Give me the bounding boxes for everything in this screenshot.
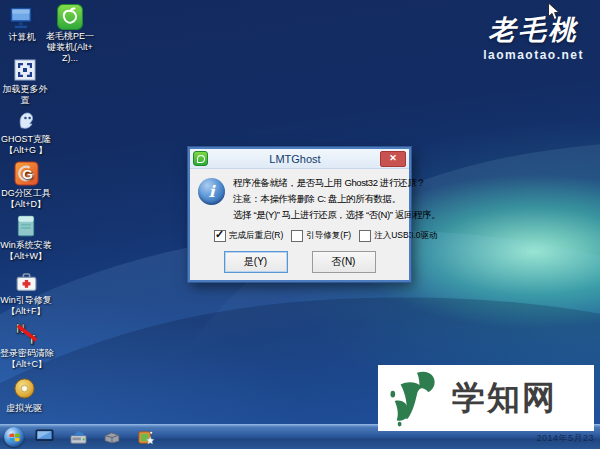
desktop-icon-password-clear[interactable]: NT 登录密码清除【Alt+C】 <box>0 320 54 370</box>
lmtghost-app-icon <box>193 151 208 166</box>
xuezhiwang-watermark: 学知网 <box>378 365 594 431</box>
taskbar-computer-icon[interactable] <box>34 427 54 447</box>
start-button[interactable] <box>4 427 24 447</box>
checkbox-usb3-driver[interactable]: 注入USB3.0驱动 <box>359 230 437 242</box>
checkbox-boot-fix[interactable]: 引导修复(F) <box>291 230 351 242</box>
computer-icon <box>0 4 44 31</box>
desktop-icon-diskgenius[interactable]: G DG分区工具【Alt+D】 <box>0 160 52 210</box>
windows-flag-icon <box>9 432 20 443</box>
taskbar-box-icon[interactable] <box>102 427 122 447</box>
close-icon[interactable]: ✕ <box>380 151 406 167</box>
checkbox-label: 引导修复(F) <box>306 230 351 242</box>
boot-repair-icon <box>0 267 52 294</box>
laomaotao-pe-icon <box>42 3 98 30</box>
icon-label: 虚拟光驱 <box>0 403 48 414</box>
virtual-cd-icon <box>0 375 48 402</box>
logo-site: laomaotao.net <box>483 48 584 62</box>
desktop-icon-load-more[interactable]: 加载更多外置 <box>0 56 50 106</box>
checkbox-box[interactable] <box>214 230 226 242</box>
win-install-icon <box>0 212 52 239</box>
load-more-icon <box>0 56 50 83</box>
watermark-text: 学知网 <box>452 376 557 421</box>
checkbox-box[interactable] <box>291 230 303 242</box>
dialog-buttons: 是(Y) 否(N) <box>198 251 401 273</box>
desktop-icon-win-install[interactable]: Win系统安装【Alt+W】 <box>0 212 52 262</box>
svg-text:G: G <box>22 167 33 182</box>
desktop-icon-boot-repair[interactable]: Win引导修复【Alt+F】 <box>0 267 52 317</box>
yes-button[interactable]: 是(Y) <box>224 251 288 273</box>
desktop: 老毛桃 laomaotao.net 计算机 老毛桃PE一键装机(Alt+Z)..… <box>0 0 600 449</box>
info-icon: i <box>198 178 225 205</box>
checkbox-label: 注入USB3.0驱动 <box>374 230 437 242</box>
diskgenius-icon: G <box>0 160 52 187</box>
icon-label: 登录密码清除【Alt+C】 <box>0 348 54 370</box>
desktop-icon-laomaotao-pe[interactable]: 老毛桃PE一键装机(Alt+Z)... <box>42 3 98 64</box>
password-clear-icon: NT <box>0 320 54 347</box>
taskbar-tools-icon[interactable] <box>136 427 156 447</box>
dialog-title: LMTGhost <box>210 153 380 165</box>
checkbox-reboot-after[interactable]: 完成后重启(R) <box>214 230 283 242</box>
icon-label: 老毛桃PE一键装机(Alt+Z)... <box>42 31 98 64</box>
desktop-icon-ghost-clone[interactable]: GHOST克隆【Alt+G 】 <box>0 106 52 156</box>
checkbox-label: 完成后重启(R) <box>229 230 283 242</box>
icon-label: GHOST克隆【Alt+G 】 <box>0 134 52 156</box>
no-button[interactable]: 否(N) <box>312 251 376 273</box>
dialog-options: 完成后重启(R) 引导修复(F) 注入USB3.0驱动 <box>214 230 401 242</box>
taskbar-quicklaunch <box>34 427 156 447</box>
desktop-icon-computer[interactable]: 计算机 <box>0 4 44 43</box>
laomaotao-logo: 老毛桃 laomaotao.net <box>483 12 584 62</box>
leaf-face-logo-icon <box>388 369 446 427</box>
icon-label: Win引导修复【Alt+F】 <box>0 295 52 317</box>
icon-label: 计算机 <box>0 32 44 43</box>
message-line: 选择 “是(Y)” 马上进行还原，选择 “否(N)” 返回程序。 <box>233 207 440 223</box>
lmtghost-dialog: LMTGhost ✕ i 程序准备就绪，是否马上用 Ghost32 进行还原？ … <box>188 147 411 282</box>
mouse-cursor <box>547 2 560 25</box>
taskbar-drive-icon[interactable] <box>68 427 88 447</box>
dialog-message: 程序准备就绪，是否马上用 Ghost32 进行还原？ 注意：本操作将删除 C: … <box>233 175 440 223</box>
message-line: 程序准备就绪，是否马上用 Ghost32 进行还原？ <box>233 175 440 191</box>
dialog-body: i 程序准备就绪，是否马上用 Ghost32 进行还原？ 注意：本操作将删除 C… <box>190 169 409 280</box>
message-line: 注意：本操作将删除 C: 盘上的所有数据。 <box>233 191 440 207</box>
taskbar-clock[interactable]: 2014年5月23 <box>536 432 594 445</box>
desktop-icon-virtual-cd[interactable]: 虚拟光驱 <box>0 375 48 414</box>
dialog-titlebar[interactable]: LMTGhost ✕ <box>190 149 409 169</box>
icon-label: Win系统安装【Alt+W】 <box>0 240 52 262</box>
ghost-clone-icon <box>0 106 52 133</box>
icon-label: 加载更多外置 <box>0 84 50 106</box>
logo-text: 老毛桃 <box>483 12 584 48</box>
checkbox-box[interactable] <box>359 230 371 242</box>
icon-label: DG分区工具【Alt+D】 <box>0 188 52 210</box>
